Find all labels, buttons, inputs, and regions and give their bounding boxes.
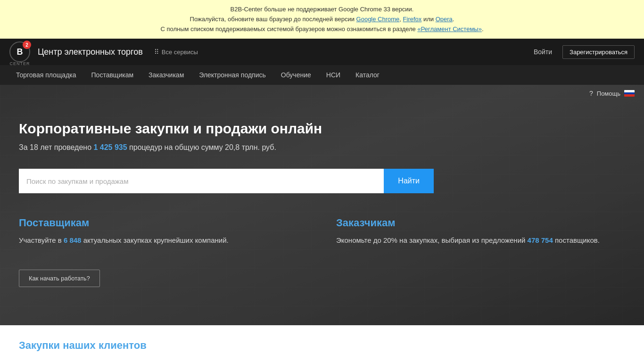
how-to-start-button[interactable]: Как начать работать?: [19, 270, 100, 287]
nav-item-trading[interactable]: Торговая площадка: [9, 65, 83, 85]
suppliers-title: Поставщикам: [19, 217, 308, 229]
help-link[interactable]: Помощь: [597, 90, 620, 97]
hero-section: ? Помощь Корпоративные закупки и продажи…: [0, 85, 644, 325]
section-title: Закупки наших клиентов: [19, 339, 625, 352]
suppliers-text: Участвуйте в 6 848 актуальных закупках к…: [19, 235, 308, 246]
customers-text-pre: Экономьте до 20% на закупках, выбирая из…: [336, 236, 528, 244]
opera-link[interactable]: Opera: [436, 16, 453, 23]
browser-warning-banner: B2B-Center больше не поддерживает Google…: [0, 0, 644, 39]
question-icon: ?: [589, 90, 593, 97]
help-bar: ? Помощь: [0, 85, 644, 102]
chrome-link[interactable]: Google Chrome: [356, 16, 400, 23]
customers-col: Заказчикам Экономьте до 20% на закупках,…: [336, 217, 625, 287]
language-flag-icon[interactable]: [624, 90, 635, 97]
hero-content: Корпоративные закупки и продажи онлайн З…: [0, 102, 644, 311]
nav-item-suppliers[interactable]: Поставщикам: [85, 65, 140, 85]
search-input[interactable]: [19, 169, 384, 193]
main-nav: Торговая площадка Поставщикам Заказчикам…: [0, 65, 644, 85]
bottom-section: Закупки наших клиентов: [0, 325, 644, 362]
help-label: Помощь: [597, 90, 620, 97]
suppliers-highlight: 6 848: [64, 236, 82, 244]
logo-area: B 2 CENTER Центр электронных торгов: [9, 41, 143, 62]
login-button[interactable]: Войти: [529, 45, 557, 58]
customers-highlight: 478 754: [528, 236, 553, 244]
hero-subtext-highlight: 1 425 935: [93, 143, 127, 151]
banner-line3: С полным списком поддерживаемых системой…: [9, 25, 635, 34]
customers-text-post: поставщиков.: [553, 236, 600, 244]
hero-subtext: За 18 лет проведено 1 425 935 процедур н…: [19, 143, 625, 152]
customers-title: Заказчикам: [336, 217, 625, 229]
hero-subtext-post: процедур на общую сумму 20,8 трлн. руб.: [127, 143, 276, 151]
header-right: Войти Зарегистрироваться: [529, 45, 635, 59]
suppliers-col: Поставщикам Участвуйте в 6 848 актуальны…: [19, 217, 308, 287]
header-top: B 2 CENTER Центр электронных торгов ⠿ Вс…: [0, 39, 644, 65]
grid-icon: ⠿: [154, 48, 159, 56]
register-button[interactable]: Зарегистрироваться: [562, 45, 635, 59]
search-button[interactable]: Найти: [384, 169, 434, 193]
firefox-link[interactable]: Firefox: [403, 16, 422, 23]
suppliers-text-pre: Участвуйте в: [19, 236, 64, 244]
logo-b-letter: B: [17, 47, 23, 57]
reglament-link[interactable]: «Регламент Системы»: [417, 25, 481, 33]
nav-item-training[interactable]: Обучение: [274, 65, 318, 85]
customers-text: Экономьте до 20% на закупках, выбирая из…: [336, 235, 625, 246]
hero-cols: Поставщикам Участвуйте в 6 848 актуальны…: [19, 217, 625, 287]
hero-heading: Корпоративные закупки и продажи онлайн: [19, 121, 625, 137]
site-title: Центр электронных торгов: [38, 47, 143, 57]
nav-item-nsi[interactable]: НСИ: [320, 65, 347, 85]
nav-item-catalog[interactable]: Каталог: [349, 65, 386, 85]
all-services-button[interactable]: ⠿ Все сервисы: [154, 48, 198, 56]
banner-line2: Пожалуйста, обновите ваш браузер до посл…: [9, 15, 635, 25]
hero-subtext-pre: За 18 лет проведено: [19, 143, 93, 151]
nav-item-esignature[interactable]: Электронная подпись: [192, 65, 272, 85]
logo-badge: 2: [23, 41, 31, 49]
search-bar: Найти: [19, 169, 434, 193]
banner-line1: B2B-Center больше не поддерживает Google…: [9, 5, 635, 15]
logo-b2b[interactable]: B 2 CENTER: [9, 41, 30, 62]
all-services-label: Все сервисы: [162, 49, 198, 56]
nav-item-customers[interactable]: Заказчикам: [142, 65, 190, 85]
suppliers-text-post: актуальных закупках крупнейших компаний.: [81, 236, 228, 244]
